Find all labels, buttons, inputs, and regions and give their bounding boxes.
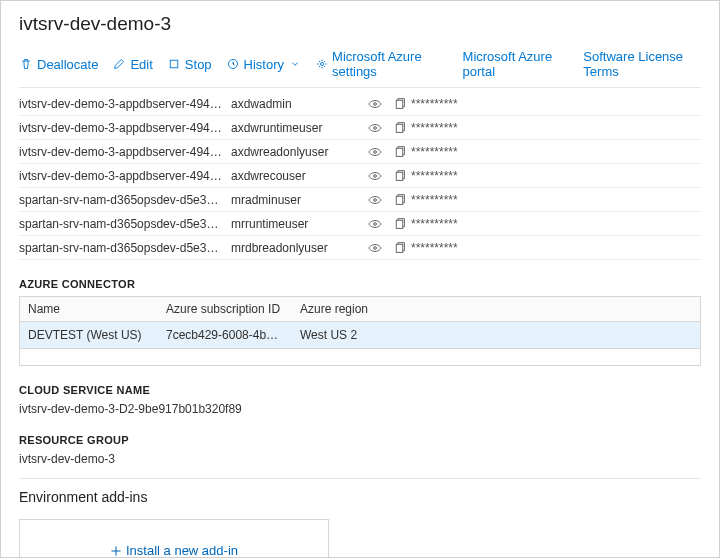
azure-settings-link[interactable]: Microsoft Azure settings [316, 49, 449, 79]
azure-col-name: Name [20, 297, 158, 321]
license-terms-label: Software License Terms [583, 49, 701, 79]
reveal-password-button[interactable] [363, 97, 387, 111]
stop-icon [167, 57, 181, 71]
azure-connector-row[interactable]: DEVTEST (West US) 7cecb429-6008-4b29-ae3… [20, 322, 700, 349]
install-addin-button[interactable]: Install a new add-in [19, 519, 329, 558]
username: mrdbreadonlyuser [231, 241, 363, 255]
username: axdwrecouser [231, 169, 363, 183]
svg-point-7 [374, 150, 377, 153]
svg-rect-8 [396, 148, 403, 156]
password-mask: ********** [411, 121, 487, 135]
deallocate-label: Deallocate [37, 57, 98, 72]
reveal-password-button[interactable] [363, 169, 387, 183]
stop-button[interactable]: Stop [167, 57, 212, 72]
svg-rect-14 [396, 220, 403, 228]
install-addin-label: Install a new add-in [126, 543, 238, 558]
edit-button[interactable]: Edit [112, 57, 152, 72]
reveal-password-button[interactable] [363, 121, 387, 135]
svg-point-5 [374, 126, 377, 129]
azure-settings-label: Microsoft Azure settings [332, 49, 449, 79]
svg-rect-0 [170, 60, 178, 68]
plus-icon [110, 545, 122, 557]
history-button[interactable]: History [226, 57, 302, 72]
connection-string: spartan-srv-nam-d365opsdev-d5e38124f9f8\… [19, 193, 231, 207]
password-mask: ********** [411, 217, 487, 231]
chevron-down-icon [288, 57, 302, 71]
credential-row: spartan-srv-nam-d365opsdev-d5e38124f9f8\… [19, 212, 701, 236]
azure-connector-heading: AZURE CONNECTOR [19, 278, 701, 290]
reveal-password-button[interactable] [363, 217, 387, 231]
resource-group-heading: RESOURCE GROUP [19, 434, 701, 446]
password-mask: ********** [411, 193, 487, 207]
password-mask: ********** [411, 241, 487, 255]
copy-password-button[interactable] [387, 169, 411, 182]
copy-password-button[interactable] [387, 241, 411, 254]
azure-col-region: Azure region [292, 297, 412, 321]
username: mradminuser [231, 193, 363, 207]
svg-rect-16 [396, 244, 403, 252]
svg-point-15 [374, 246, 377, 249]
credentials-table: ivtsrv-dev-demo-3-appdbserver-4945cdd4\i… [19, 92, 701, 260]
credential-row: ivtsrv-dev-demo-3-appdbserver-4945cdd4\i… [19, 92, 701, 116]
svg-rect-12 [396, 196, 403, 204]
svg-point-9 [374, 174, 377, 177]
stop-label: Stop [185, 57, 212, 72]
reveal-password-button[interactable] [363, 193, 387, 207]
resource-group-value: ivtsrv-dev-demo-3 [19, 452, 701, 466]
toolbar: Deallocate Edit Stop History [19, 45, 701, 88]
azure-row-sub: 7cecb429-6008-4b29-ae38-8… [158, 322, 292, 348]
copy-password-button[interactable] [387, 97, 411, 110]
credential-row: spartan-srv-nam-d365opsdev-d5e38124f9f8\… [19, 236, 701, 260]
connection-string: ivtsrv-dev-demo-3-appdbserver-4945cdd4\i… [19, 145, 231, 159]
reveal-password-button[interactable] [363, 145, 387, 159]
svg-point-11 [374, 198, 377, 201]
connection-string: ivtsrv-dev-demo-3-appdbserver-4945cdd4\i… [19, 121, 231, 135]
svg-point-3 [374, 102, 377, 105]
svg-rect-6 [396, 124, 403, 132]
license-terms-link[interactable]: Software License Terms [583, 49, 701, 79]
credential-row: ivtsrv-dev-demo-3-appdbserver-4945cdd4\i… [19, 116, 701, 140]
connection-string: ivtsrv-dev-demo-3-appdbserver-4945cdd4\i… [19, 97, 231, 111]
page-title: ivtsrv-dev-demo-3 [19, 13, 701, 35]
azure-blank-row [20, 349, 700, 365]
connection-string: ivtsrv-dev-demo-3-appdbserver-4945cdd4\i… [19, 169, 231, 183]
username: axdwadmin [231, 97, 363, 111]
cloud-service-heading: CLOUD SERVICE NAME [19, 384, 701, 396]
trash-icon [19, 57, 33, 71]
addins-heading: Environment add-ins [19, 489, 701, 505]
svg-point-2 [321, 63, 324, 66]
credential-row: spartan-srv-nam-d365opsdev-d5e38124f9f8\… [19, 188, 701, 212]
pencil-icon [112, 57, 126, 71]
password-mask: ********** [411, 169, 487, 183]
clock-icon [226, 57, 240, 71]
credential-row: ivtsrv-dev-demo-3-appdbserver-4945cdd4\i… [19, 164, 701, 188]
azure-portal-label: Microsoft Azure portal [463, 49, 570, 79]
credential-row: ivtsrv-dev-demo-3-appdbserver-4945cdd4\i… [19, 140, 701, 164]
edit-label: Edit [130, 57, 152, 72]
connection-string: spartan-srv-nam-d365opsdev-d5e38124f9f8\… [19, 217, 231, 231]
copy-password-button[interactable] [387, 121, 411, 134]
svg-point-13 [374, 222, 377, 225]
password-mask: ********** [411, 97, 487, 111]
azure-row-region: West US 2 [292, 322, 412, 348]
svg-rect-10 [396, 172, 403, 180]
username: axdwreadonlyuser [231, 145, 363, 159]
deallocate-button[interactable]: Deallocate [19, 57, 98, 72]
copy-password-button[interactable] [387, 217, 411, 230]
cloud-service-value: ivtsrv-dev-demo-3-D2-9be917b01b320f89 [19, 402, 701, 416]
password-mask: ********** [411, 145, 487, 159]
azure-portal-link[interactable]: Microsoft Azure portal [463, 49, 570, 79]
copy-password-button[interactable] [387, 193, 411, 206]
copy-password-button[interactable] [387, 145, 411, 158]
username: mrruntimeuser [231, 217, 363, 231]
gear-icon [316, 57, 328, 71]
reveal-password-button[interactable] [363, 241, 387, 255]
connection-string: spartan-srv-nam-d365opsdev-d5e38124f9f8\… [19, 241, 231, 255]
svg-rect-4 [396, 100, 403, 108]
azure-row-name: DEVTEST (West US) [20, 322, 158, 348]
history-label: History [244, 57, 284, 72]
azure-connector-table: Name Azure subscription ID Azure region … [19, 296, 701, 366]
azure-col-sub: Azure subscription ID [158, 297, 292, 321]
username: axdwruntimeuser [231, 121, 363, 135]
